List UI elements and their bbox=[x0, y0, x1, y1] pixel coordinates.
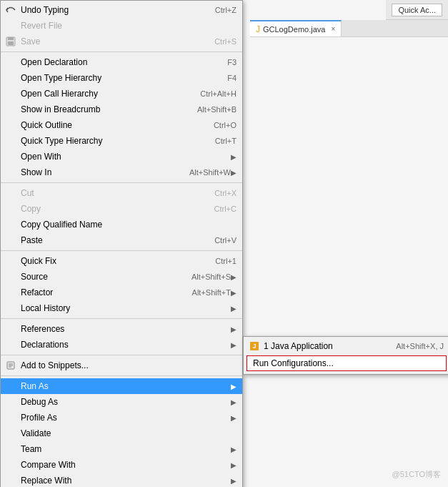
open-declaration-shortcut: F3 bbox=[213, 58, 237, 67]
menu-item-debug-as[interactable]: Debug As▶ bbox=[1, 394, 242, 410]
save-icon bbox=[5, 36, 16, 47]
show-in-icon bbox=[5, 167, 16, 178]
local-history-separator bbox=[1, 318, 242, 319]
declarations-separator bbox=[1, 355, 242, 355]
quick-outline-label: Quick Outline bbox=[21, 120, 199, 130]
show-in-shortcut: Alt+Shift+W bbox=[175, 168, 231, 177]
source-shortcut: Alt+Shift+S bbox=[177, 272, 231, 281]
cut-shortcut: Ctrl+X bbox=[200, 189, 237, 197]
menu-item-paste[interactable]: PasteCtrl+V bbox=[1, 232, 242, 248]
menu-item-quick-outline[interactable]: Quick OutlineCtrl+O bbox=[1, 117, 242, 133]
replace-with-arrow: ▶ bbox=[231, 477, 237, 485]
run-as-submenu: J1 Java ApplicationAlt+Shift+X, JRun Con… bbox=[243, 336, 448, 375]
open-type-hierarchy-label: Open Type Hierarchy bbox=[21, 73, 213, 83]
save-shortcut: Ctrl+S bbox=[200, 37, 237, 46]
menu-item-revert-file[interactable]: Revert File bbox=[1, 18, 242, 34]
open-declaration-icon bbox=[5, 56, 16, 68]
java-application-sub-shortcut: Alt+Shift+X, J bbox=[396, 342, 444, 350]
tab-close-button[interactable]: × bbox=[331, 25, 335, 33]
add-to-snippets-label: Add to Snippets... bbox=[21, 360, 237, 370]
editor-tab[interactable]: J GCLogDemo.java × bbox=[250, 20, 342, 36]
submenu-item-run-configurations[interactable]: Run Configurations... bbox=[247, 355, 447, 371]
menu-item-local-history[interactable]: Local History▶ bbox=[1, 300, 242, 316]
tab-filename: GCLogDemo.java bbox=[263, 25, 325, 34]
refactor-arrow: ▶ bbox=[231, 289, 237, 297]
menu-item-show-in-breadcrumb[interactable]: Show in BreadcrumbAlt+Shift+B bbox=[1, 102, 242, 117]
open-with-arrow: ▶ bbox=[231, 153, 237, 161]
show-in-breadcrumb-label: Show in Breadcrumb bbox=[21, 104, 183, 114]
menu-item-references[interactable]: References▶ bbox=[1, 321, 242, 337]
menu-item-copy[interactable]: CopyCtrl+C bbox=[1, 201, 242, 217]
java-file-icon: J bbox=[256, 24, 260, 34]
quick-type-hierarchy-icon bbox=[5, 135, 16, 147]
declarations-icon bbox=[5, 339, 16, 350]
run-configurations-sub-label: Run Configurations... bbox=[253, 358, 440, 368]
open-with-icon bbox=[5, 151, 16, 162]
menu-item-open-declaration[interactable]: Open DeclarationF3 bbox=[1, 54, 242, 70]
menu-item-run-as[interactable]: Run As▶ bbox=[1, 378, 242, 394]
paste-icon bbox=[5, 235, 16, 246]
menu-item-undo-typing[interactable]: Undo TypingCtrl+Z bbox=[1, 2, 242, 18]
menu-item-show-in[interactable]: Show InAlt+Shift+W▶ bbox=[1, 164, 242, 180]
compare-with-icon bbox=[5, 459, 16, 471]
quick-outline-icon bbox=[5, 119, 16, 131]
open-call-hierarchy-label: Open Call Hierarchy bbox=[21, 89, 186, 99]
open-with-label: Open With bbox=[21, 152, 231, 162]
menu-item-replace-with[interactable]: Replace With▶ bbox=[1, 473, 242, 487]
show-in-separator bbox=[1, 182, 242, 183]
source-arrow: ▶ bbox=[231, 273, 237, 281]
watermark: @51CTO博客 bbox=[392, 469, 441, 480]
quick-access-button[interactable]: Quick Ac... bbox=[392, 4, 442, 16]
menu-item-copy-qualified-name[interactable]: Copy Qualified Name bbox=[1, 217, 242, 232]
menu-item-cut[interactable]: CutCtrl+X bbox=[1, 185, 242, 201]
open-type-hierarchy-icon bbox=[5, 72, 16, 84]
copy-icon bbox=[5, 203, 16, 215]
local-history-arrow: ▶ bbox=[231, 305, 237, 313]
menu-item-compare-with[interactable]: Compare With▶ bbox=[1, 457, 242, 473]
run-as-icon bbox=[5, 380, 16, 392]
debug-as-icon bbox=[5, 396, 16, 408]
submenu-item-java-application[interactable]: J1 Java ApplicationAlt+Shift+X, J bbox=[244, 338, 448, 354]
cut-icon bbox=[5, 187, 16, 199]
refactor-icon bbox=[5, 287, 16, 298]
menu-item-quick-fix[interactable]: Quick FixCtrl+1 bbox=[1, 253, 242, 269]
compare-with-label: Compare With bbox=[21, 460, 231, 470]
local-history-label: Local History bbox=[21, 303, 231, 313]
menu-item-refactor[interactable]: RefactorAlt+Shift+T▶ bbox=[1, 285, 242, 300]
team-label: Team bbox=[21, 444, 231, 454]
revert-file-label: Revert File bbox=[21, 21, 237, 31]
copy-shortcut: Ctrl+C bbox=[200, 205, 237, 213]
add-to-snippets-icon bbox=[5, 360, 16, 371]
profile-as-arrow: ▶ bbox=[231, 414, 237, 422]
menu-item-add-to-snippets[interactable]: Add to Snippets... bbox=[1, 358, 242, 373]
menu-item-profile-as[interactable]: Profile As▶ bbox=[1, 410, 242, 425]
paste-separator bbox=[1, 250, 242, 251]
undo-typing-icon bbox=[5, 4, 16, 16]
source-label: Source bbox=[21, 272, 177, 282]
open-call-hierarchy-icon bbox=[5, 88, 16, 99]
validate-icon bbox=[5, 428, 16, 439]
menu-item-declarations[interactable]: Declarations▶ bbox=[1, 337, 242, 353]
open-type-hierarchy-shortcut: F4 bbox=[213, 74, 237, 82]
tab-bar: J GCLogDemo.java × bbox=[250, 20, 448, 37]
copy-qualified-name-icon bbox=[5, 219, 16, 230]
quick-outline-shortcut: Ctrl+O bbox=[199, 121, 237, 129]
refactor-label: Refactor bbox=[21, 287, 178, 297]
menu-item-validate[interactable]: Validate bbox=[1, 425, 242, 441]
debug-as-arrow: ▶ bbox=[231, 398, 237, 406]
java-application-submenu-icon: J bbox=[249, 341, 259, 351]
quick-type-hierarchy-label: Quick Type Hierarchy bbox=[21, 136, 201, 146]
menu-item-save[interactable]: SaveCtrl+S bbox=[1, 34, 242, 49]
copy-qualified-name-label: Copy Qualified Name bbox=[21, 220, 237, 230]
compare-with-arrow: ▶ bbox=[231, 461, 237, 469]
refactor-shortcut: Alt+Shift+T bbox=[178, 288, 231, 297]
local-history-icon bbox=[5, 302, 16, 314]
menu-item-source[interactable]: SourceAlt+Shift+S▶ bbox=[1, 269, 242, 285]
menu-item-open-call-hierarchy[interactable]: Open Call HierarchyCtrl+Alt+H bbox=[1, 86, 242, 102]
menu-item-quick-type-hierarchy[interactable]: Quick Type HierarchyCtrl+T bbox=[1, 133, 242, 149]
menu-item-open-with[interactable]: Open With▶ bbox=[1, 149, 242, 164]
menu-item-open-type-hierarchy[interactable]: Open Type HierarchyF4 bbox=[1, 70, 242, 86]
show-in-arrow: ▶ bbox=[231, 169, 237, 177]
revert-file-icon bbox=[5, 20, 16, 31]
menu-item-team[interactable]: Team▶ bbox=[1, 441, 242, 457]
